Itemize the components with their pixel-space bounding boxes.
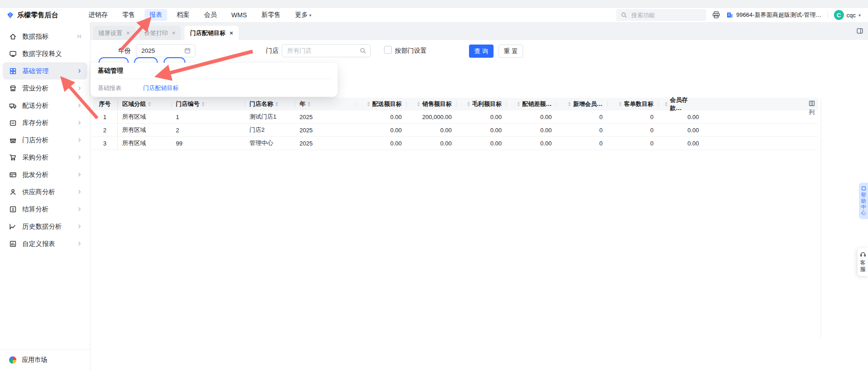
- close-icon[interactable]: ×: [172, 30, 176, 36]
- sidebar-item-数据字段释义[interactable]: 数据字段释义: [3, 45, 87, 62]
- column-header-年[interactable]: 年: [295, 98, 355, 110]
- sidebar: 数据指标 数据字段释义 基础管理 营业分析 配送分析 库存分析 门店分析 采购分…: [0, 22, 90, 370]
- top-menu: 进销存零售报表档案会员WMS新零售更多▾: [84, 9, 316, 21]
- cell-年: 2025: [295, 137, 355, 150]
- table-row[interactable]: 2所有区域2门店220250.000.000.000.00000.00: [92, 124, 818, 137]
- column-header-区域分组[interactable]: 区域分组: [118, 98, 171, 110]
- menu-item-进销存[interactable]: 进销存: [84, 9, 113, 21]
- cell-新增会员…: 0: [556, 137, 607, 150]
- store-filter-label: 门店: [266, 47, 279, 55]
- column-header-新增会员…[interactable]: 新增会员…: [556, 98, 607, 110]
- chevron-right-icon: [76, 102, 83, 109]
- tab-门店配销目标[interactable]: 门店配销目标 ×: [185, 26, 239, 40]
- chevron-right-icon: [76, 120, 83, 126]
- chevron-right-icon: [76, 171, 83, 178]
- table-row[interactable]: 1所有区域1测试门店120250.00200,000.000.000.00000…: [92, 110, 818, 124]
- column-header-门店编号[interactable]: 门店编号: [171, 98, 245, 110]
- sidebar-item-数据指标[interactable]: 数据指标: [3, 28, 87, 45]
- columns-icon: [808, 100, 815, 107]
- chevron-right-icon: [76, 240, 83, 247]
- column-settings-button[interactable]: 列: [805, 100, 818, 116]
- table-row[interactable]: 3所有区域99管理中心20250.000.000.000.00000.00: [92, 137, 818, 150]
- printer-icon[interactable]: [712, 11, 720, 19]
- sidebar-collapse-button[interactable]: [76, 33, 83, 40]
- sidebar-item-采购分析[interactable]: 采购分析: [3, 149, 87, 166]
- sidebar-item-自定义报表[interactable]: 自定义报表: [3, 235, 87, 252]
- menu-item-会员[interactable]: 会员: [199, 9, 222, 21]
- close-icon[interactable]: ×: [229, 30, 233, 36]
- monitor-icon: [9, 50, 17, 58]
- menu-item-零售[interactable]: 零售: [117, 9, 140, 21]
- cell-会员存款…: 0.00: [658, 137, 703, 150]
- sidebar-item-库存分析[interactable]: 库存分析: [3, 114, 87, 131]
- chevron-right-icon: [76, 154, 83, 160]
- cell-年: 2025: [295, 124, 355, 136]
- sort-icon: [517, 102, 520, 106]
- column-header-毛利额目标[interactable]: 毛利额目标: [456, 98, 506, 110]
- person-icon: [9, 188, 17, 196]
- shop-icon: [9, 136, 17, 144]
- cell-销售额目标: 200,000.00: [406, 110, 456, 123]
- tab-价签打印[interactable]: 价签打印 ×: [139, 26, 181, 40]
- calendar-icon[interactable]: [184, 47, 191, 54]
- menu-item-WMS[interactable]: WMS: [226, 10, 252, 20]
- chevron-down-icon: ▾: [858, 13, 861, 18]
- customer-service-badge[interactable]: 客服: [858, 248, 868, 276]
- app-logo[interactable]: 乐檬零售后台: [0, 11, 84, 20]
- sidebar-item-历史数据分析[interactable]: 历史数据分析: [3, 218, 87, 235]
- sidebar-item-配送分析[interactable]: 配送分析: [3, 97, 87, 114]
- panel-toggle-icon[interactable]: [856, 27, 863, 35]
- column-label: 区域分组: [122, 100, 146, 108]
- sidebar-item-label: 数据字段释义: [22, 50, 62, 58]
- sidebar-item-结算分析[interactable]: $结算分析: [3, 200, 87, 218]
- year-value[interactable]: [140, 47, 181, 55]
- cell-门店名称: 门店2: [245, 124, 295, 136]
- popup-link-store-targets[interactable]: 门店配销目标: [143, 84, 179, 92]
- dept-checkbox-label: 按部门设置: [395, 47, 427, 55]
- search-input[interactable]: [630, 11, 696, 19]
- column-header-序号: 序号: [92, 98, 118, 110]
- column-header-会员存款…[interactable]: 会员存款…: [658, 98, 703, 110]
- menu-item-档案[interactable]: 档案: [172, 9, 195, 21]
- column-header-配送额目标[interactable]: 配送额目标: [355, 98, 406, 110]
- column-label: 配送额目标: [372, 100, 402, 108]
- sidebar-item-批发分析[interactable]: 批发分析: [3, 166, 87, 183]
- query-button[interactable]: 查 询: [469, 45, 494, 58]
- column-header-配销差额…[interactable]: 配销差额…: [506, 98, 556, 110]
- column-header-门店名称[interactable]: 门店名称: [245, 98, 295, 110]
- org-switcher[interactable]: 99664-新界面商超版测试-管理…: [726, 11, 822, 19]
- sidebar-item-基础管理[interactable]: 基础管理: [3, 62, 87, 80]
- sidebar-item-app-market[interactable]: 应用市场: [0, 349, 90, 370]
- sidebar-item-营业分析[interactable]: 营业分析: [3, 80, 87, 97]
- menu-item-报表[interactable]: 报表: [145, 9, 167, 21]
- store-input[interactable]: [282, 44, 371, 57]
- user-menu[interactable]: C cqc ▾: [834, 10, 861, 20]
- help-center-badge[interactable]: 帮助中心: [859, 183, 868, 219]
- store-value[interactable]: [286, 47, 357, 55]
- sidebar-item-供应商分析[interactable]: 供应商分析: [3, 183, 87, 200]
- customer-service-label: 客服: [860, 260, 866, 272]
- reset-button[interactable]: 重 置: [499, 45, 523, 58]
- sidebar-item-label: 数据指标: [22, 32, 49, 41]
- sidebar-item-门店分析[interactable]: 门店分析: [3, 131, 87, 149]
- menu-item-更多[interactable]: 更多▾: [290, 9, 316, 21]
- cell-新增会员…: 0: [556, 110, 607, 123]
- cell-毛利额目标: 0.00: [456, 137, 506, 150]
- cell-配送额目标: 0.00: [355, 110, 406, 123]
- column-label: 毛利额目标: [472, 100, 502, 108]
- column-header-客单数目标[interactable]: 客单数目标: [607, 98, 658, 110]
- year-input[interactable]: [136, 44, 195, 57]
- targets-table: 序号区域分组门店编号门店名称年配送额目标销售额目标毛利额目标配销差额…新增会员……: [92, 98, 818, 150]
- tab-辅屏设置[interactable]: 辅屏设置 ×: [93, 26, 135, 40]
- topbar-divider: [828, 11, 828, 19]
- column-label: 客单数目标: [624, 100, 653, 108]
- close-icon[interactable]: ×: [126, 30, 130, 36]
- menu-item-新零售[interactable]: 新零售: [256, 9, 285, 21]
- column-header-销售额目标[interactable]: 销售额目标: [406, 98, 456, 110]
- cell-配送额目标: 0.00: [355, 124, 406, 136]
- search-icon[interactable]: [359, 47, 366, 54]
- app-market-label: 应用市场: [22, 356, 47, 364]
- dept-checkbox[interactable]: [384, 46, 392, 54]
- global-search[interactable]: [616, 9, 706, 21]
- cell-配销差额…: 0.00: [506, 124, 556, 136]
